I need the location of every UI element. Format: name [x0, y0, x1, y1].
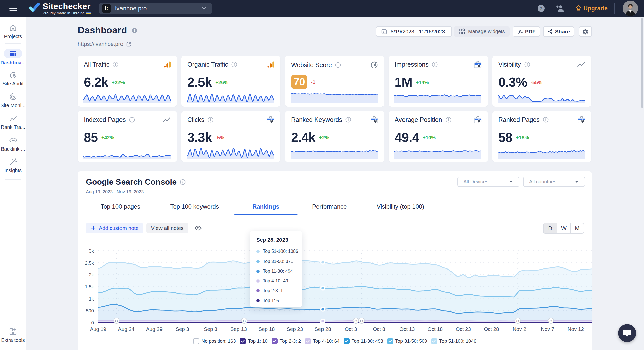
speedometer-icon	[370, 61, 378, 69]
sidebar-item-insights[interactable]: Insights	[0, 158, 26, 173]
legend-item[interactable]: Top 51-100: 1046	[431, 338, 476, 344]
sidebar-item-extra-tools[interactable]: Extra tools	[0, 327, 26, 343]
google-update-marker[interactable]: G	[114, 318, 119, 323]
legend-item[interactable]: Top 1: 10	[240, 338, 267, 344]
date-range-picker[interactable]: 8/19/2023 - 11/16/2023	[376, 26, 452, 37]
avatar[interactable]	[623, 1, 638, 16]
metric-delta: +14%	[416, 80, 429, 85]
project-url[interactable]: https://ivanhoe.pro	[78, 41, 123, 47]
topbar: Sitechecker Proudly made in Ukraine i: i…	[0, 0, 644, 17]
card-value-row: 49.4 +10%	[395, 130, 436, 145]
sidebar-item-site-audit[interactable]: Site Audit	[0, 71, 26, 87]
google-update-marker[interactable]: G	[359, 318, 364, 323]
page-title: Dashboard	[78, 25, 127, 36]
google-update-marker[interactable]: G	[353, 318, 359, 323]
source-icon	[578, 116, 585, 123]
info-icon[interactable]	[524, 61, 530, 68]
info-icon[interactable]	[207, 117, 214, 123]
info-icon[interactable]	[543, 117, 549, 123]
source-icon	[164, 61, 171, 68]
upgrade-label: Upgrade	[584, 5, 608, 12]
chat-widget-button[interactable]	[618, 324, 636, 342]
info-icon[interactable]	[112, 61, 119, 68]
svg-text:2.5k: 2.5k	[85, 260, 94, 266]
share-button[interactable]: Share	[543, 26, 574, 37]
sparkline	[498, 147, 585, 159]
legend-item[interactable]: No position: 163	[193, 338, 236, 344]
checkbox-checked-icon[interactable]	[305, 338, 311, 344]
google-update-marker[interactable]: G	[242, 318, 247, 323]
metric-card-ranked-pages: Ranked Pages 58 +16%	[492, 111, 591, 162]
info-icon[interactable]	[445, 117, 452, 123]
info-icon[interactable]	[231, 61, 237, 68]
chat-icon	[623, 329, 631, 337]
checkbox-checked-icon[interactable]	[431, 338, 437, 344]
card-value-row: 2.4k +2%	[291, 130, 329, 145]
page-help-icon[interactable]: ?	[132, 28, 137, 33]
google-update-marker[interactable]: G	[515, 318, 520, 323]
card-header: Impressions	[395, 61, 482, 68]
sidebar-divider	[5, 43, 21, 44]
pdf-button[interactable]: PDF	[513, 26, 540, 37]
brand-text: Sitechecker Proudly made in Ukraine	[43, 2, 91, 15]
metric-card-all-traffic: All Traffic 6.2k +22%	[78, 56, 177, 107]
search-console-icon	[267, 116, 274, 123]
info-icon[interactable]	[335, 62, 341, 68]
legend-item[interactable]: Top 4-10: 64	[305, 338, 340, 344]
google-update-marker[interactable]: G	[548, 318, 554, 323]
legend-item[interactable]: Top 11-30: 493	[344, 338, 383, 344]
project-favicon: i:	[102, 4, 111, 13]
legend-label: Top 1: 10	[248, 338, 267, 344]
external-link-icon[interactable]	[126, 41, 132, 47]
svg-text:G: G	[115, 319, 118, 323]
settings-button[interactable]	[579, 26, 592, 37]
project-selector[interactable]: i: ivanhoe.pro	[99, 3, 212, 14]
menu-hamburger-icon[interactable]	[9, 6, 17, 11]
sidebar-item-projects[interactable]: Projects	[0, 24, 26, 39]
info-icon[interactable]	[345, 117, 351, 123]
upgrade-button[interactable]: Upgrade	[576, 5, 608, 12]
info-icon[interactable]	[207, 117, 214, 123]
tooltip-row: Top 4-10: 49	[256, 278, 288, 284]
metric-delta: -5%	[215, 135, 224, 141]
tooltip-row: Top 31-50: 871	[256, 259, 293, 264]
sidebar-item-site-monitoring[interactable]: Site Moni...	[0, 93, 26, 108]
info-icon[interactable]	[524, 61, 530, 68]
info-icon[interactable]	[112, 61, 119, 68]
info-icon[interactable]	[129, 117, 135, 123]
brand-logo[interactable]: Sitechecker Proudly made in Ukraine	[29, 2, 91, 15]
checkbox-checked-icon[interactable]	[344, 338, 350, 344]
checkbox-checked-icon[interactable]	[240, 338, 246, 344]
rankings-chart[interactable]: 3k2.5k2k1.5k1k5000GGGGGGAug 19Aug 24Aug …	[78, 171, 592, 350]
legend-item[interactable]: Top 2-3: 2	[272, 338, 301, 344]
manage-widgets-button[interactable]: Manage widgets	[454, 26, 510, 37]
info-icon[interactable]	[432, 61, 438, 68]
info-icon[interactable]	[335, 62, 341, 68]
sparkline	[83, 92, 171, 103]
info-icon[interactable]	[129, 117, 135, 123]
info-icon[interactable]	[432, 61, 438, 68]
checkbox-checked-icon[interactable]	[272, 338, 278, 344]
checkbox-unchecked-icon[interactable]	[193, 338, 199, 344]
sidebar-item-rank-tracker[interactable]: Rank Tra...	[0, 115, 26, 130]
info-icon[interactable]	[345, 117, 351, 123]
sparkline	[394, 147, 481, 159]
info-icon[interactable]	[543, 117, 549, 123]
series-dot-icon	[256, 289, 260, 292]
card-value-row: 70 -1	[291, 75, 315, 89]
info-icon[interactable]	[445, 117, 452, 123]
sidebar-item-dashboard[interactable]: Dashboa...	[0, 49, 26, 66]
sidebar-item-backlink[interactable]: Backlink ...	[0, 136, 26, 152]
card-value-row: 58 +16%	[498, 130, 529, 145]
help-icon[interactable]: ?	[538, 5, 545, 12]
legend-item[interactable]: Top 31-50: 509	[387, 338, 427, 344]
invite-user-icon[interactable]	[555, 5, 564, 12]
metric-card-ranked-keywords: Ranked Keywords 2.4k +2%	[285, 111, 384, 162]
scrollbar-thumb[interactable]	[641, 18, 643, 108]
sparkline	[394, 92, 481, 103]
info-icon[interactable]	[231, 61, 237, 68]
checkbox-checked-icon[interactable]	[387, 338, 393, 344]
card-value-row: 3.3k -5%	[187, 130, 224, 145]
hover-dot	[321, 307, 325, 311]
monitor-icon	[9, 93, 17, 101]
